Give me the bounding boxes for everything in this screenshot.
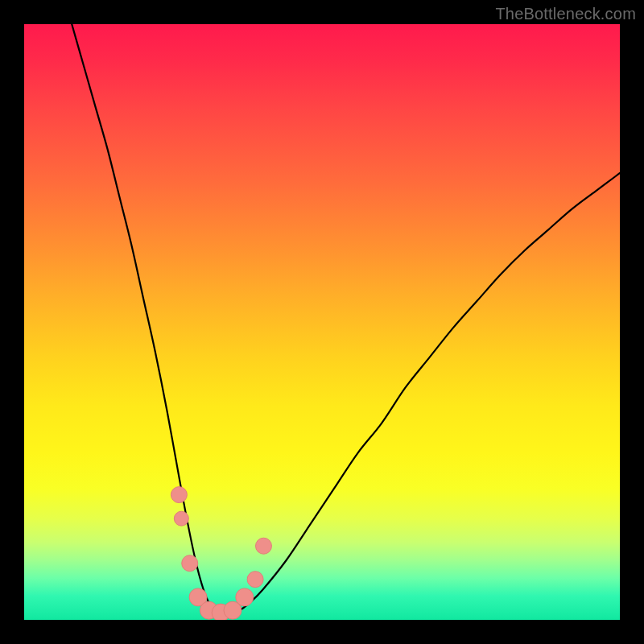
chart-frame: TheBottleneck.com [0, 0, 644, 644]
chart-plot-area [24, 24, 620, 620]
chart-svg [24, 24, 620, 620]
curve-marker [174, 511, 188, 526]
curve-marker [171, 487, 187, 503]
curve-marker [255, 538, 271, 554]
curve-marker [247, 572, 263, 588]
curve-line [72, 24, 620, 614]
curve-marker [182, 555, 198, 572]
attribution-label: TheBottleneck.com [495, 5, 636, 23]
curve-markers [171, 487, 271, 620]
curve-marker [236, 588, 254, 606]
